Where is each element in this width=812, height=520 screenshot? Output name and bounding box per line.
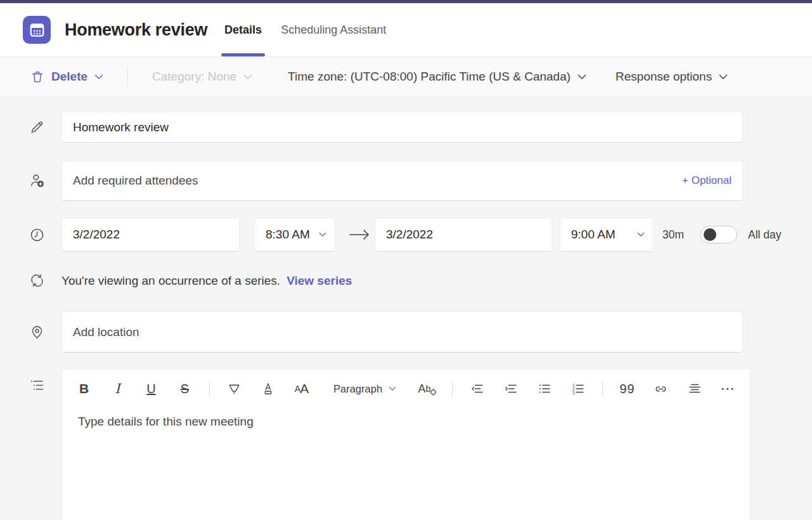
delete-button[interactable]: Delete — [30, 70, 103, 84]
all-day-label: All day — [748, 228, 782, 242]
attendees-input[interactable]: Add required attendees + Optional — [61, 160, 743, 201]
end-time-dropdown[interactable]: 9:00 AM — [560, 218, 654, 252]
more-formatting-button[interactable]: ⋯ — [711, 377, 745, 400]
divider — [602, 382, 603, 396]
meeting-details-editor[interactable]: B I U S — [61, 368, 751, 520]
paragraph-style-dropdown[interactable]: Paragraph — [330, 383, 402, 395]
meeting-form: Homework review Add required attendees +… — [0, 96, 812, 520]
chevron-down-icon — [577, 74, 586, 80]
attendees-row: Add required attendees + Optional — [0, 160, 812, 201]
location-input[interactable]: Add location — [61, 311, 743, 353]
start-time-dropdown[interactable]: 8:30 AM — [254, 218, 335, 252]
tab-details[interactable]: Details — [215, 3, 271, 56]
series-row: You're viewing an occurrence of a series… — [0, 273, 812, 289]
highlight-button[interactable] — [217, 377, 251, 400]
bold-button[interactable]: B — [67, 377, 101, 400]
numbered-list-button[interactable]: 1 2 3 — [561, 377, 595, 400]
details-text-area[interactable]: Type details for this new meeting — [62, 401, 750, 443]
toggle-knob — [704, 228, 716, 241]
align-button[interactable] — [678, 377, 711, 400]
timezone-dropdown[interactable]: Time zone: (UTC-08:00) Pacific Time (US … — [288, 70, 586, 84]
chevron-down-icon — [319, 232, 326, 237]
response-options-dropdown[interactable]: Response options — [615, 70, 728, 84]
header: Homework review Details Scheduling Assis… — [0, 3, 812, 56]
outdent-button[interactable] — [460, 377, 494, 400]
tab-bar: Details Scheduling Assistant — [215, 3, 396, 56]
chevron-down-icon — [719, 74, 728, 80]
end-date-input[interactable]: 3/2/2022 — [375, 218, 552, 252]
add-person-icon — [29, 172, 46, 189]
svg-text:3: 3 — [572, 391, 575, 395]
arrow-right-icon — [349, 228, 370, 241]
strikethrough-button[interactable]: S — [168, 377, 202, 400]
command-bar: Delete Category: None Time zone: (UTC-08… — [0, 56, 812, 96]
bullet-list-icon — [29, 377, 45, 393]
chevron-down-icon — [389, 386, 396, 391]
eraser-icon — [429, 388, 437, 396]
pencil-icon — [29, 119, 45, 135]
tab-scheduling-assistant[interactable]: Scheduling Assistant — [271, 3, 396, 56]
category-dropdown: Category: None — [152, 70, 252, 84]
formatting-toolbar: B I U S — [62, 369, 750, 401]
divider — [452, 382, 453, 396]
title-row: Homework review — [0, 112, 812, 143]
font-size-button[interactable]: AA — [285, 377, 318, 400]
page-title: Homework review — [65, 20, 207, 40]
underline-button[interactable]: U — [134, 377, 168, 400]
trash-icon — [30, 70, 44, 84]
font-color-button[interactable] — [251, 377, 285, 400]
start-date-input[interactable]: 3/2/2022 — [61, 218, 240, 252]
bullet-list-button[interactable] — [527, 377, 561, 400]
add-optional-attendees-link[interactable]: + Optional — [682, 174, 731, 187]
details-editor-row: B I U S — [0, 368, 812, 520]
recurrence-icon — [29, 273, 45, 289]
duration-label: 30m — [662, 228, 684, 242]
datetime-row: 3/2/2022 8:30 AM 3/2/2022 9:00 AM 30m Al… — [0, 218, 812, 252]
quote-button[interactable]: 99 — [610, 377, 644, 400]
indent-button[interactable] — [494, 377, 527, 400]
location-icon — [29, 324, 45, 340]
chevron-down-icon — [94, 74, 103, 80]
all-day-toggle[interactable] — [700, 226, 737, 244]
clock-icon — [29, 227, 45, 243]
series-occurrence-text: You're viewing an occurrence of a series… — [61, 274, 280, 288]
italic-button[interactable]: I — [101, 377, 134, 400]
divider — [209, 382, 210, 396]
view-series-link[interactable]: View series — [287, 274, 352, 288]
clear-formatting-button[interactable]: Ab — [411, 377, 444, 400]
location-row: Add location — [0, 311, 812, 353]
chevron-down-icon — [243, 74, 252, 80]
chevron-down-icon — [637, 232, 645, 237]
divider — [127, 67, 128, 86]
link-button[interactable] — [644, 377, 678, 400]
calendar-app-icon — [23, 16, 51, 44]
meeting-title-input[interactable]: Homework review — [61, 112, 743, 143]
